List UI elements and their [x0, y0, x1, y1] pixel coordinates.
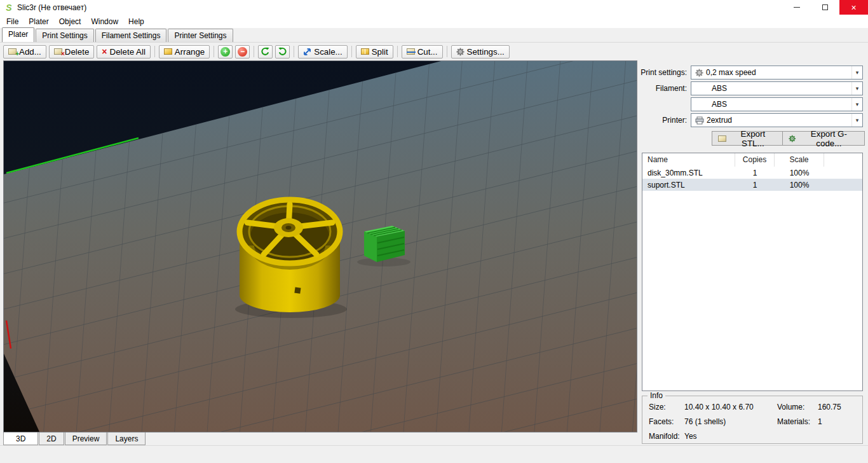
menu-object[interactable]: Object — [54, 15, 86, 28]
object-list-header: Name Copies Scale — [642, 153, 862, 167]
column-header-copies[interactable]: Copies — [735, 153, 775, 167]
toolbar-separator — [351, 46, 352, 57]
delete-button-label: Delete — [65, 47, 90, 57]
split-line — [365, 49, 365, 54]
arrange-box-icon — [164, 48, 172, 55]
tab-print-settings[interactable]: Print Settings — [36, 29, 93, 42]
toolbar-separator — [397, 46, 398, 57]
model-disk-30mm[interactable] — [235, 200, 347, 318]
object-row-suport[interactable]: suport.STL 1 100% — [642, 179, 862, 191]
printer-row: Printer: 2extrud ▾ — [639, 113, 865, 127]
gcode-gear-icon — [789, 135, 796, 142]
export-gcode-label: Export G-code... — [799, 129, 858, 148]
object-list[interactable]: Name Copies Scale disk_30mm.STL 1 100% s… — [642, 153, 863, 391]
info-legend: Info — [648, 391, 665, 400]
size-value: 10.40 x 10.40 x 6.70 — [684, 403, 777, 411]
info-groupbox: Info Size: 10.40 x 10.40 x 6.70 Volume: … — [642, 396, 863, 444]
facets-value: 76 (1 shells) — [684, 417, 777, 426]
toolbar-separator — [214, 46, 214, 57]
tab-printer-settings[interactable]: Printer Settings — [168, 29, 233, 42]
materials-value: 1 — [818, 417, 858, 426]
x-overlay-icon: × — [61, 51, 65, 57]
delete-button[interactable]: × Delete — [49, 45, 95, 59]
export-stl-button[interactable]: Export STL... — [712, 131, 783, 146]
view-tab-preview[interactable]: Preview — [65, 432, 107, 445]
object-name-cell: disk_30mm.STL — [642, 169, 735, 177]
disk-hub-center — [286, 226, 292, 230]
close-button[interactable]: × — [839, 0, 868, 15]
right-panel: Print settings: 0,2 max speed ▾ Filament… — [639, 60, 865, 445]
rotate-ccw-button[interactable] — [258, 45, 273, 59]
object-name-cell: suport.STL — [642, 181, 735, 190]
scale-button-label: Scale... — [314, 47, 342, 57]
filament2-row: ABS ▾ — [639, 97, 865, 111]
object-copies-cell: 1 — [735, 181, 775, 190]
menu-window[interactable]: Window — [86, 15, 123, 28]
3d-viewport[interactable] — [3, 60, 637, 432]
add-button[interactable]: + Add... — [3, 45, 46, 59]
view-tabbar: 3D 2D Preview Layers — [3, 432, 146, 445]
printer-value: 2extrud — [704, 116, 732, 125]
volume-value: 160.75 — [818, 403, 858, 411]
info-grid: Size: 10.40 x 10.40 x 6.70 Volume: 160.7… — [649, 403, 858, 441]
arrange-button-label: Arrange — [175, 47, 205, 57]
print-settings-label: Print settings: — [639, 68, 691, 77]
plus-overlay-icon: + — [15, 51, 19, 57]
add-button-label: Add... — [19, 47, 41, 57]
filament-label: Filament: — [639, 84, 691, 93]
object-scale-cell: 100% — [775, 169, 824, 177]
view-tab-3d[interactable]: 3D — [3, 432, 38, 445]
minus-circle-icon: − — [238, 47, 247, 57]
scale-button[interactable]: Scale... — [298, 45, 347, 59]
menu-help[interactable]: Help — [123, 15, 149, 28]
cut-button[interactable]: Cut... — [402, 45, 443, 59]
delete-all-button[interactable]: × Delete All — [97, 45, 151, 59]
menu-file[interactable]: File — [1, 15, 24, 28]
dropdown-arrow-icon: ▾ — [851, 66, 862, 79]
object-scale-cell: 100% — [775, 181, 824, 190]
3d-scene — [4, 61, 637, 432]
export-buttons: Export STL... Export G-code... — [712, 131, 865, 146]
filament-select-2[interactable]: ABS ▾ — [691, 97, 863, 111]
manifold-value: Yes — [684, 432, 777, 441]
settings-tabbar: Plater Print Settings Filament Settings … — [0, 28, 868, 43]
add-copy-button[interactable]: + — [218, 45, 233, 59]
gear-icon — [456, 48, 465, 56]
export-stl-box-icon — [718, 135, 726, 142]
column-header-scale[interactable]: Scale — [775, 153, 824, 167]
materials-label: Materials: — [777, 417, 818, 426]
scale-arrows-icon — [303, 48, 311, 56]
dropdown-arrow-icon: ▾ — [851, 98, 862, 111]
arrange-button[interactable]: Arrange — [159, 45, 210, 59]
size-label: Size: — [649, 403, 684, 411]
slic3r-window: { "window": { "title": "Slic3r (Не отвеч… — [0, 0, 868, 463]
filament-select-1[interactable]: ABS ▾ — [691, 81, 863, 95]
plus-circle-icon: + — [220, 47, 230, 57]
cut-plane-line — [407, 52, 416, 53]
split-button[interactable]: Split — [356, 45, 393, 59]
view-tab-layers[interactable]: Layers — [107, 432, 146, 445]
printer-select[interactable]: 2extrud ▾ — [691, 113, 863, 127]
minimize-icon — [794, 7, 800, 8]
view-tab-2d[interactable]: 2D — [39, 432, 64, 445]
column-header-name[interactable]: Name — [642, 153, 735, 167]
manifold-label: Manifold: — [649, 432, 684, 441]
print-settings-select[interactable]: 0,2 max speed ▾ — [691, 66, 863, 79]
window-title: Slic3r (Не отвечает) — [17, 3, 86, 12]
maximize-button[interactable] — [811, 0, 839, 15]
object-row-disk[interactable]: disk_30mm.STL 1 100% — [642, 167, 862, 179]
export-gcode-button[interactable]: Export G-code... — [782, 131, 865, 146]
model-suport[interactable] — [357, 226, 410, 266]
menubar: File Plater Object Window Help — [0, 15, 868, 28]
toolbar-separator — [294, 46, 294, 57]
tab-plater[interactable]: Plater — [2, 27, 34, 42]
settings-button[interactable]: Settings... — [451, 45, 510, 59]
printer-icon — [695, 116, 704, 125]
tab-filament-settings[interactable]: Filament Settings — [95, 29, 167, 42]
add-box-icon: + — [8, 48, 17, 55]
delete-box-icon: × — [54, 48, 62, 55]
menu-plater[interactable]: Plater — [24, 15, 53, 28]
rotate-cw-button[interactable] — [275, 45, 290, 59]
remove-copy-button[interactable]: − — [235, 45, 250, 59]
minimize-button[interactable] — [782, 0, 811, 15]
